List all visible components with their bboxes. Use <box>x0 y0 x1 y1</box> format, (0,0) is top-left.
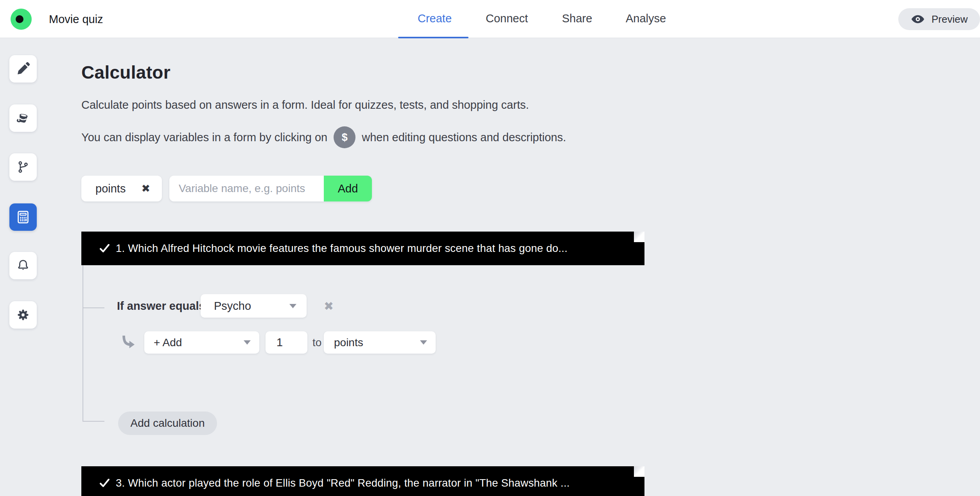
bell-icon <box>16 259 30 273</box>
sidebar-item-design[interactable] <box>9 104 37 132</box>
add-variable-group: Add <box>169 176 372 201</box>
page-title: Calculator <box>81 62 171 83</box>
top-bar: Movie quiz Create Connect Share Analyse … <box>0 0 980 38</box>
question-text: 1. Which Alfred Hitchock movie features … <box>116 242 567 255</box>
tab-share[interactable]: Share <box>562 0 592 37</box>
variable-name-input[interactable] <box>169 176 324 201</box>
remove-variable-icon[interactable]: ✖ <box>141 182 150 195</box>
question-text: 3. Which actor played the role of Ellis … <box>116 477 570 489</box>
connector-stub-add-calculation <box>83 421 104 422</box>
indent-arrow-icon <box>120 334 135 350</box>
dollar-icon: $ <box>334 126 355 148</box>
preview-button[interactable]: Preview <box>898 8 980 30</box>
amount-input[interactable] <box>266 331 307 354</box>
check-icon <box>100 479 109 487</box>
logo-dot <box>16 15 23 23</box>
condition-label: If answer equals <box>117 294 205 318</box>
workspace-logo[interactable] <box>11 9 32 30</box>
remove-condition-icon[interactable]: ✖ <box>324 294 334 318</box>
sidebar-item-logic[interactable] <box>9 153 37 181</box>
page-description: Calculate points based on answers in a f… <box>81 99 529 111</box>
paint-bucket-icon <box>16 111 30 125</box>
variables-hint: You can display variables in a form by c… <box>81 126 566 148</box>
operation-select-value: + Add <box>154 336 182 349</box>
branch-icon <box>16 160 30 174</box>
tab-connect[interactable]: Connect <box>486 0 528 37</box>
sidebar-item-notifications[interactable] <box>9 252 37 279</box>
variables-row: points ✖ Add <box>81 176 372 201</box>
answer-select[interactable]: Psycho <box>201 294 307 318</box>
check-icon <box>100 244 109 253</box>
variable-chip-label: points <box>95 182 126 195</box>
folded-corner <box>634 232 644 242</box>
chevron-down-icon <box>420 340 427 345</box>
pencil-icon <box>16 62 30 76</box>
question-bar-1[interactable]: 1. Which Alfred Hitchock movie features … <box>81 232 644 265</box>
question-bar-2[interactable]: 3. Which actor played the role of Ellis … <box>81 466 644 496</box>
operation-row: + Add to points <box>0 331 980 354</box>
operation-select[interactable]: + Add <box>144 331 259 354</box>
active-tab-underline <box>398 37 468 38</box>
form-title: Movie quiz <box>49 0 103 38</box>
sidebar-item-calculator[interactable] <box>9 203 37 231</box>
answer-select-value: Psycho <box>214 300 251 313</box>
preview-label: Preview <box>932 13 967 25</box>
target-variable-value: points <box>334 336 363 349</box>
calculator-icon <box>16 210 31 225</box>
hint-text-before: You can display variables in a form by c… <box>81 131 327 144</box>
target-variable-select[interactable]: points <box>324 331 436 354</box>
condition-row: If answer equals Psycho ✖ <box>0 294 980 318</box>
tab-analyse[interactable]: Analyse <box>626 0 666 37</box>
sidebar-item-content[interactable] <box>9 55 37 83</box>
folded-corner <box>634 466 644 477</box>
add-variable-button[interactable]: Add <box>324 176 372 201</box>
to-label: to <box>312 331 321 354</box>
hint-text-after: when editing questions and descriptions. <box>362 131 566 144</box>
tab-create[interactable]: Create <box>418 0 452 37</box>
add-calculation-button[interactable]: Add calculation <box>118 412 217 435</box>
chevron-down-icon <box>244 340 251 345</box>
app-root: Movie quiz Create Connect Share Analyse … <box>0 0 980 496</box>
variable-chip-points: points ✖ <box>81 176 162 201</box>
chevron-down-icon <box>289 304 296 308</box>
eye-icon <box>911 14 925 24</box>
